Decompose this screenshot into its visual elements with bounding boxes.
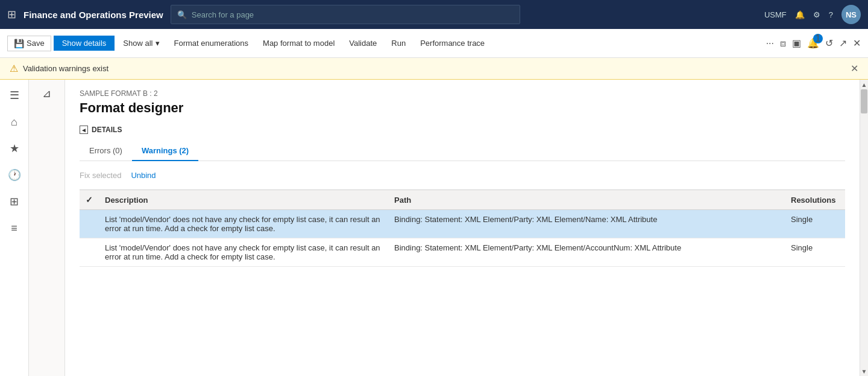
filter-panel: ⊿ <box>29 80 65 376</box>
col-header-path: Path <box>388 190 785 210</box>
popout-icon[interactable]: ↗ <box>839 37 847 49</box>
puzzle-icon[interactable]: ⧈ <box>780 38 786 49</box>
scroll-up-button[interactable]: ▲ <box>860 80 868 89</box>
sidebar-item-list[interactable]: ≡ <box>4 217 25 239</box>
toggle-collapse-icon: ◄ <box>80 126 88 134</box>
warning-close-button[interactable]: ✕ <box>851 63 858 74</box>
row-path-cell: Binding: Statement: XML Element/Party: X… <box>388 238 785 267</box>
main-layout: ☰ ⌂ ★ 🕐 ⊞ ≡ ⊿ SAMPLE FORMAT B : 2 Format… <box>0 80 868 376</box>
fix-selected-button[interactable]: Fix selected <box>80 171 121 180</box>
sidebar-item-workspaces[interactable]: ⊞ <box>4 191 25 212</box>
close-icon[interactable]: ✕ <box>853 37 861 49</box>
map-format-to-model-button[interactable]: Map format to model <box>257 36 341 51</box>
warning-triangle-icon: ⚠ <box>10 63 18 74</box>
checkmark-icon: ✓ <box>86 195 93 205</box>
apps-grid-icon[interactable]: ⊞ <box>7 8 16 21</box>
tabs-container: Errors (0) Warnings (2) <box>80 141 845 161</box>
row-check-cell <box>80 210 99 238</box>
details-label: DETAILS <box>92 126 122 134</box>
avatar[interactable]: NS <box>841 5 861 24</box>
app-title: Finance and Operations Preview <box>24 10 163 20</box>
warning-banner: ⚠ Validation warnings exist ✕ <box>0 58 868 80</box>
scroll-down-button[interactable]: ▼ <box>860 366 868 376</box>
refresh-icon[interactable]: ↺ <box>825 37 833 49</box>
page-title: Format designer <box>80 100 845 116</box>
row-resolutions-cell: Single <box>785 210 845 238</box>
sidebar-item-home[interactable]: ⌂ <box>4 111 25 133</box>
more-icon[interactable]: ··· <box>766 38 774 49</box>
help-icon[interactable]: ? <box>829 10 833 19</box>
show-all-label: Show all <box>123 39 153 48</box>
unbind-button[interactable]: Unbind <box>131 171 156 180</box>
scroll-thumb[interactable] <box>861 89 867 113</box>
col-header-description: Description <box>99 190 388 210</box>
content-area: SAMPLE FORMAT B : 2 Format designer ◄ DE… <box>65 80 860 376</box>
left-sidebar: ☰ ⌂ ★ 🕐 ⊞ ≡ <box>0 80 29 376</box>
table-row[interactable]: List 'model/Vendor' does not have any ch… <box>80 238 845 267</box>
tab-warnings[interactable]: Warnings (2) <box>132 141 198 161</box>
top-nav-right-icons: USMF 🔔 ⚙ ? NS <box>764 5 861 24</box>
row-path-cell: Binding: Statement: XML Element/Party: X… <box>388 210 785 238</box>
row-description-cell: List 'model/Vendor' does not have any ch… <box>99 210 388 238</box>
validate-button[interactable]: Validate <box>343 36 383 51</box>
save-icon: 💾 <box>14 39 24 48</box>
format-enumerations-button[interactable]: Format enumerations <box>168 36 255 51</box>
top-nav-bar: ⊞ Finance and Operations Preview 🔍 USMF … <box>0 0 868 29</box>
warnings-table: ✓ Description Path Resolutions List 'mod… <box>80 190 845 267</box>
search-input[interactable] <box>192 10 514 19</box>
performance-trace-button[interactable]: Performance trace <box>414 36 491 51</box>
row-resolutions-cell: Single <box>785 238 845 267</box>
warning-text: Validation warnings exist <box>23 64 108 73</box>
breadcrumb: SAMPLE FORMAT B : 2 <box>80 89 845 98</box>
notification-badge-button[interactable]: 🔔 1 <box>807 37 819 49</box>
scroll-track[interactable] <box>860 89 868 366</box>
chevron-down-icon: ▾ <box>156 39 160 48</box>
sidebar-item-menu[interactable]: ☰ <box>4 84 25 106</box>
notification-count: 1 <box>813 34 823 43</box>
user-label[interactable]: USMF <box>764 10 787 19</box>
row-check-cell <box>80 238 99 267</box>
details-toggle[interactable]: ◄ DETAILS <box>80 126 845 134</box>
search-bar[interactable]: 🔍 <box>171 5 520 24</box>
save-label: Save <box>27 39 45 48</box>
row-description-cell: List 'model/Vendor' does not have any ch… <box>99 238 388 267</box>
run-button[interactable]: Run <box>385 36 412 51</box>
vertical-scrollbar[interactable]: ▲ ▼ <box>860 80 868 376</box>
filter-icon[interactable]: ⊿ <box>42 87 51 100</box>
action-row: Fix selected Unbind <box>80 171 845 180</box>
table-row[interactable]: List 'model/Vendor' does not have any ch… <box>80 210 845 238</box>
col-header-check: ✓ <box>80 190 99 210</box>
settings-icon[interactable]: ⚙ <box>813 10 820 19</box>
sidebar-item-favorites[interactable]: ★ <box>4 138 25 159</box>
toolbar: 💾 Save Show details Show all ▾ Format en… <box>0 29 868 58</box>
sidebar-item-recent[interactable]: 🕐 <box>4 164 25 186</box>
search-icon: 🔍 <box>177 10 187 19</box>
show-details-button[interactable]: Show details <box>54 36 115 51</box>
show-all-button[interactable]: Show all ▾ <box>117 36 165 51</box>
view-icon[interactable]: ▣ <box>792 37 801 49</box>
save-button[interactable]: 💾 Save <box>7 36 51 51</box>
toolbar-right-icons: ··· ⧈ ▣ 🔔 1 ↺ ↗ ✕ <box>766 37 861 49</box>
notification-icon[interactable]: 🔔 <box>795 10 805 19</box>
tab-errors[interactable]: Errors (0) <box>80 141 132 161</box>
col-header-resolutions: Resolutions <box>785 190 845 210</box>
